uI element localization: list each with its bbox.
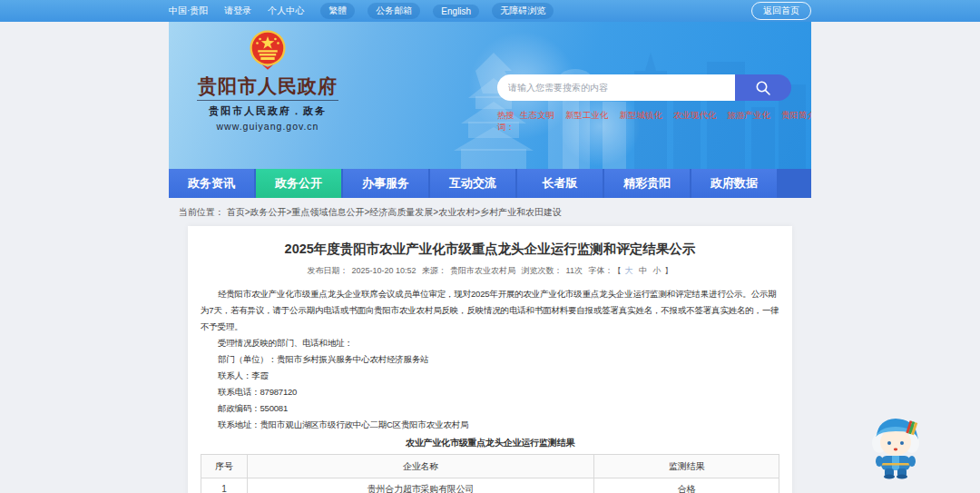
nav-item-zhengfu-shuju[interactable]: 政府数据 xyxy=(691,169,777,198)
breadcrumb-path[interactable]: 首页>政务公开>重点领域信息公开>经济高质量发展>农业农村>乡村产业和农田建设 xyxy=(227,207,562,217)
topbar-link-official-mail[interactable]: 公务邮箱 xyxy=(368,3,420,19)
nav-item-hudong-jiaoliu[interactable]: 互动交流 xyxy=(430,169,515,198)
hot-word-link[interactable]: 贵阳简介 xyxy=(781,110,811,133)
nav-item-zhengwu-gongkai[interactable]: 政务公开 xyxy=(256,169,341,198)
font-size-large-button[interactable]: 大 xyxy=(624,266,632,275)
topbar-link-traditional-chinese[interactable]: 繁體 xyxy=(320,3,355,19)
views-value: 11次 xyxy=(566,266,583,275)
hot-search-words: 热搜词： 生态文明 新型工业化 新型城镇化 农业现代化 旅游产业化 贵阳简介 xyxy=(497,110,791,133)
nav-item-zhangzheban[interactable]: 长者版 xyxy=(517,169,603,198)
source-value: 贵阳市农业农村局 xyxy=(450,266,515,275)
topbar-link-china-guiyang[interactable]: 中国·贵阳 xyxy=(169,5,208,17)
font-size-medium-button[interactable]: 中 xyxy=(639,266,647,275)
article-paragraph: 邮政编码：550081 xyxy=(201,400,779,417)
monitoring-table-title: 农业产业化市级重点龙头企业运行监测结果 xyxy=(201,435,779,451)
article-body: 经贵阳市农业产业化市级重点龙头企业联席会议成员单位审定，现对2025年开展的农业… xyxy=(201,286,779,493)
article-meta: 发布日期：2025-10-20 10:52 来源：贵阳市农业农村局 浏览次数：1… xyxy=(201,265,779,277)
search-button[interactable] xyxy=(735,74,791,101)
publish-date: 2025-10-20 10:52 xyxy=(352,266,416,275)
font-size-label-end: 】 xyxy=(664,266,672,275)
topbar-link-personal-center[interactable]: 个人中心 xyxy=(268,5,304,17)
site-masthead: 贵阳市人民政府 贵阳市人民政府．政务 www.guiyang.gov.cn xyxy=(191,29,345,132)
mascot-character[interactable] xyxy=(867,409,924,483)
nav-item-banshi-fuwu[interactable]: 办事服务 xyxy=(343,169,428,198)
table-header-company: 企业名称 xyxy=(247,455,593,478)
source-label: 来源： xyxy=(422,266,446,275)
search-area: 热搜词： 生态文明 新型工业化 新型城镇化 农业现代化 旅游产业化 贵阳简介 xyxy=(497,74,791,133)
article-paragraph: 经贵阳市农业产业化市级重点龙头企业联席会议成员单位审定，现对2025年开展的农业… xyxy=(201,286,779,335)
main-navigation: 政务资讯 政务公开 办事服务 互动交流 长者版 精彩贵阳 政府数据 xyxy=(169,169,811,198)
site-title[interactable]: 贵阳市人民政府 xyxy=(198,75,338,97)
monitor-result: 合格 xyxy=(594,478,779,493)
search-icon xyxy=(755,80,771,96)
article-paragraph: 联系地址：贵阳市观山湖区市级行政中心二期C区贵阳市农业农村局 xyxy=(201,417,779,433)
national-emblem xyxy=(247,29,289,73)
table-header-index: 序号 xyxy=(201,455,248,478)
hot-word-link[interactable]: 农业现代化 xyxy=(673,110,717,133)
article-title: 2025年度贵阳市农业产业化市级重点龙头企业运行监测和评定结果公示 xyxy=(201,239,779,259)
article-paragraph: 联系电话：87987120 xyxy=(201,384,779,400)
publish-date-label: 发布日期： xyxy=(308,266,348,275)
nav-item-zhengwu-zixun[interactable]: 政务资讯 xyxy=(169,169,254,198)
topbar-link-accessibility[interactable]: 无障碍浏览 xyxy=(492,3,554,19)
hot-word-link[interactable]: 新型工业化 xyxy=(565,110,609,133)
table-header-result: 监测结果 xyxy=(594,455,779,478)
table-header-row: 序号 企业名称 监测结果 xyxy=(201,455,779,478)
article-paragraph: 受理情况反映的部门、电话和地址： xyxy=(201,335,779,351)
article-card: 2025年度贵阳市农业产业化市级重点龙头企业运行监测和评定结果公示 发布日期：2… xyxy=(188,226,792,493)
site-url[interactable]: www.guiyang.gov.cn xyxy=(217,121,319,132)
breadcrumb: 当前位置： 首页>政务公开>重点领域信息公开>经济高质量发展>农业农村>乡村产业… xyxy=(169,206,811,219)
table-row: 1 贵州合力超市采购有限公司 合格 xyxy=(201,478,779,493)
breadcrumb-label: 当前位置： xyxy=(179,207,224,217)
site-subtitle: 贵阳市人民政府．政务 xyxy=(209,104,327,118)
hot-word-link[interactable]: 新型城镇化 xyxy=(620,110,663,133)
return-home-button[interactable]: 返回首页 xyxy=(751,2,811,20)
hot-words-label: 热搜词： xyxy=(497,110,514,133)
hot-word-link[interactable]: 旅游产业化 xyxy=(728,110,771,133)
top-utility-bar: 中国·贵阳 请登录 个人中心 繁體 公务邮箱 English 无障碍浏览 返回首… xyxy=(0,0,980,22)
views-label: 浏览次数： xyxy=(522,266,563,275)
font-size-small-button[interactable]: 小 xyxy=(652,266,661,275)
row-index: 1 xyxy=(201,478,248,493)
nav-item-jingcai-guiyang[interactable]: 精彩贵阳 xyxy=(604,169,690,198)
hot-word-link[interactable]: 生态文明 xyxy=(520,110,554,133)
monitoring-result-table: 序号 企业名称 监测结果 1 贵州合力超市采购有限公司 合格 2 贵州友禾种业有… xyxy=(201,454,779,493)
site-banner: 贵阳市人民政府 贵阳市人民政府．政务 www.guiyang.gov.cn 热搜… xyxy=(169,22,811,198)
masthead-divider xyxy=(197,100,338,101)
company-name: 贵州合力超市采购有限公司 xyxy=(247,478,593,493)
topbar-link-english[interactable]: English xyxy=(433,5,479,18)
font-size-label: 字体：【 xyxy=(588,266,621,275)
topbar-link-login[interactable]: 请登录 xyxy=(224,5,251,17)
article-paragraph: 部门（单位）：贵阳市乡村振兴服务中心农村经济服务站 xyxy=(201,351,779,368)
article-paragraph: 联系人：李霞 xyxy=(201,368,779,384)
search-input[interactable] xyxy=(497,74,735,101)
mascot-icon xyxy=(867,409,924,479)
